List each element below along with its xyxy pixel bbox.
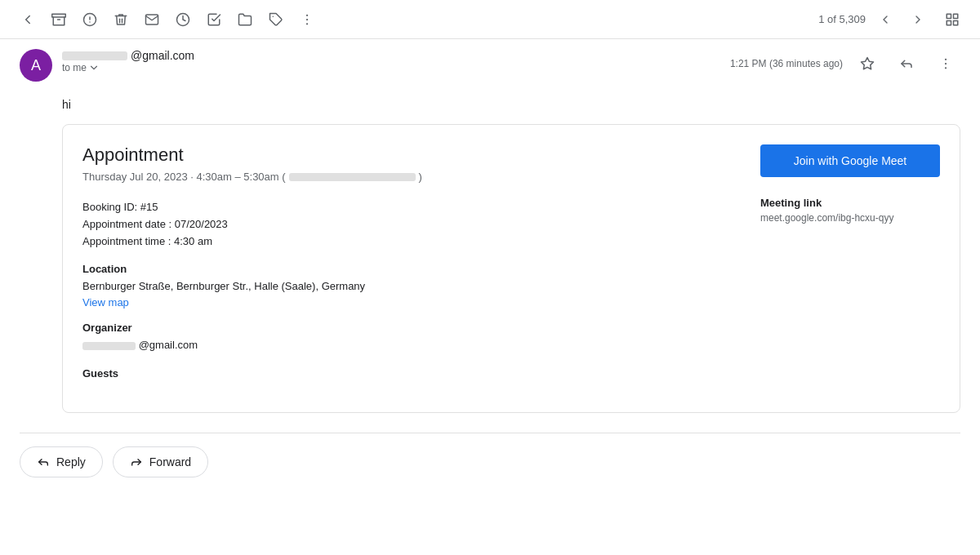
- sender-name-redacted: [62, 51, 127, 60]
- reply-icon: [37, 455, 50, 468]
- organizer-name-redacted: [82, 342, 136, 350]
- meeting-link-section: Meeting link meet.google.com/ibg-hcxu-qy…: [760, 197, 940, 224]
- card-right: Join with Google Meet Meeting link meet.…: [760, 144, 940, 393]
- email-greeting: hi: [62, 98, 960, 111]
- sender-info: @gmail.com to me: [62, 49, 720, 73]
- back-button[interactable]: [13, 5, 42, 34]
- appointment-card: Appointment Thursday Jul 20, 2023 · 4:30…: [62, 124, 960, 413]
- spam-button[interactable]: [75, 5, 105, 34]
- sender-email: @gmail.com: [131, 49, 194, 62]
- svg-point-8: [306, 18, 308, 20]
- appt-date: Appointment date : 07/20/2023: [82, 216, 741, 233]
- snooze-button[interactable]: [168, 5, 198, 34]
- svg-point-9: [306, 23, 308, 24]
- organizer-section: Organizer @gmail.com: [82, 322, 741, 354]
- reply-label: Reply: [56, 455, 86, 468]
- card-left: Appointment Thursday Jul 20, 2023 · 4:30…: [82, 144, 741, 393]
- avatar: A: [20, 49, 52, 82]
- email-timestamp: 1:21 PM (36 minutes ago): [730, 58, 843, 69]
- booking-details: Booking ID: #15 Appointment date : 07/20…: [82, 199, 741, 250]
- to-me-dropdown[interactable]: to me: [62, 62, 720, 73]
- appointment-time: Thursday Jul 20, 2023 · 4:30am – 5:30am …: [82, 171, 741, 183]
- appt-time: Appointment time : 4:30 am: [82, 233, 741, 251]
- toolbar-left: [13, 5, 815, 34]
- svg-rect-13: [947, 20, 951, 24]
- toolbar-right: 1 of 5,309: [818, 5, 967, 34]
- move-to-button[interactable]: [230, 5, 260, 34]
- guests-label: Guests: [82, 367, 741, 380]
- appointment-title: Appointment: [82, 144, 741, 166]
- email-header: A @gmail.com to me 1:21 PM (36 minutes a…: [0, 39, 980, 91]
- svg-point-15: [945, 59, 947, 60]
- meeting-link-label: Meeting link: [760, 197, 940, 209]
- svg-marker-14: [862, 58, 874, 69]
- reply-inline-button[interactable]: [892, 49, 921, 78]
- svg-rect-11: [954, 14, 958, 18]
- task-button[interactable]: [199, 5, 229, 34]
- settings-button[interactable]: [938, 5, 967, 34]
- svg-rect-10: [947, 14, 951, 18]
- action-bar: Reply Forward: [0, 433, 980, 491]
- meeting-link-url: meet.google.com/ibg-hcxu-qyy: [760, 212, 940, 224]
- prev-email-button[interactable]: [872, 7, 898, 33]
- forward-icon: [130, 455, 143, 468]
- delete-button[interactable]: [106, 5, 136, 34]
- toolbar: 1 of 5,309: [0, 0, 980, 39]
- forward-label: Forward: [149, 455, 191, 468]
- pagination-text: 1 of 5,309: [818, 13, 866, 25]
- label-button[interactable]: [261, 5, 291, 34]
- more-actions-button[interactable]: [292, 5, 322, 34]
- guests-section: Guests: [82, 367, 741, 380]
- email-meta: 1:21 PM (36 minutes ago): [730, 49, 960, 78]
- organizer-email: @gmail.com: [82, 337, 741, 354]
- booking-id: Booking ID: #15: [82, 199, 741, 216]
- organizer-label: Organizer: [82, 322, 741, 334]
- reply-button[interactable]: Reply: [20, 446, 103, 477]
- email-body: hi Appointment Thursday Jul 20, 2023 · 4…: [0, 91, 980, 433]
- more-email-button[interactable]: [931, 49, 960, 78]
- location-text: Bernburger Straße, Bernburger Str., Hall…: [82, 278, 741, 295]
- next-email-button[interactable]: [905, 7, 931, 33]
- svg-point-16: [945, 63, 947, 64]
- svg-point-7: [306, 14, 308, 16]
- join-google-meet-button[interactable]: Join with Google Meet: [760, 144, 940, 177]
- timezone-redacted: [289, 173, 416, 181]
- svg-rect-12: [954, 20, 958, 24]
- archive-button[interactable]: [44, 5, 74, 34]
- view-map-link[interactable]: View map: [82, 296, 129, 309]
- mail-button[interactable]: [137, 5, 167, 34]
- location-section: Location Bernburger Straße, Bernburger S…: [82, 263, 741, 309]
- svg-point-17: [945, 67, 947, 69]
- star-button[interactable]: [853, 49, 882, 78]
- location-label: Location: [82, 263, 741, 275]
- forward-button[interactable]: Forward: [113, 446, 208, 477]
- svg-rect-0: [52, 14, 66, 17]
